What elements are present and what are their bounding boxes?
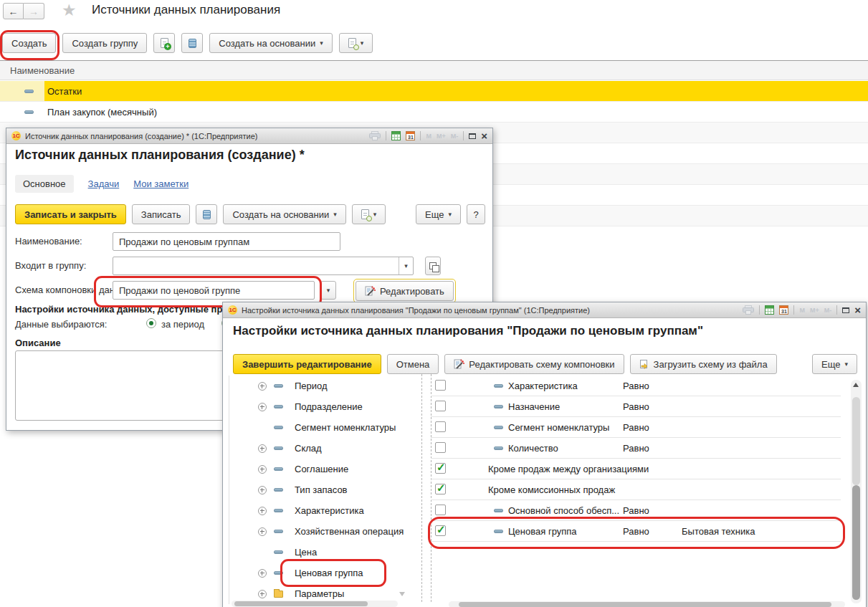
favorite-star-icon[interactable]: ★ [62, 1, 77, 20]
expand-icon[interactable] [258, 382, 267, 391]
list-header[interactable]: Наименование [0, 60, 868, 80]
printer-icon[interactable] [743, 305, 754, 315]
more-button[interactable]: Еще▾ [812, 354, 857, 374]
checkbox[interactable] [435, 525, 446, 536]
dialog2-titlebar[interactable]: 1С Настройки источника данных планирован… [223, 302, 866, 318]
condition-row[interactable]: Кроме продаж между организациями [431, 459, 841, 479]
list-item[interactable]: Остатки [0, 81, 868, 102]
create-button[interactable]: Создать [2, 33, 56, 53]
condition-row[interactable]: Основной способ обесп...Равно [431, 500, 841, 521]
tree-item[interactable]: Ценовая группа [229, 563, 404, 583]
checkbox[interactable] [435, 380, 446, 391]
memory-m-plus-icon[interactable]: M+ [810, 307, 819, 314]
maximize-icon[interactable] [469, 133, 476, 139]
condition-row[interactable]: Кроме комиссионных продаж [431, 479, 841, 500]
tree-scroll-down-icon[interactable] [399, 592, 405, 596]
forward-button[interactable]: → [24, 3, 44, 19]
tab-tasks[interactable]: Задачи [88, 175, 120, 193]
expand-icon[interactable] [258, 465, 267, 474]
memory-m-plus-icon[interactable]: M+ [437, 133, 446, 140]
radio-for-period-label[interactable]: за период [161, 319, 204, 330]
printer-icon[interactable] [369, 131, 381, 140]
tab-my-notes[interactable]: Мои заметки [133, 175, 189, 193]
maximize-icon[interactable] [842, 307, 849, 313]
group-dropdown-button[interactable]: ▾ [399, 257, 413, 274]
expand-icon[interactable] [258, 486, 267, 494]
condition-row[interactable]: ХарактеристикаРавно [431, 376, 841, 396]
expand-icon[interactable] [258, 527, 267, 536]
list-item-label: Остатки [47, 86, 82, 97]
more-button[interactable]: Еще▾ [416, 204, 461, 224]
calculator-icon[interactable] [765, 305, 774, 315]
tree-item[interactable]: Период [229, 376, 404, 396]
memory-m-minus-icon[interactable]: M- [824, 307, 832, 314]
name-field[interactable]: Продажи по ценовым группам [113, 232, 340, 251]
save-button[interactable]: Записать [132, 204, 191, 224]
expand-icon[interactable] [258, 507, 267, 515]
tree-item[interactable]: Хозяйственная операция [229, 521, 404, 542]
tree-item[interactable]: Подразделение [229, 396, 404, 417]
scroll-up-icon[interactable] [853, 383, 859, 387]
tree-item[interactable]: Склад [229, 438, 404, 459]
tree-item[interactable]: Цена [229, 542, 404, 563]
edit-schema-button[interactable]: Редактировать схему компоновки [444, 354, 624, 374]
memory-m-minus-icon[interactable]: M- [451, 133, 459, 140]
scrollbar-thumb[interactable] [852, 485, 860, 600]
checkbox[interactable] [435, 463, 446, 474]
close-icon[interactable]: × [481, 130, 487, 141]
tab-main[interactable]: Основное [15, 175, 74, 193]
radio-for-period[interactable] [146, 318, 156, 328]
save-and-close-button[interactable]: Записать и закрыть [15, 204, 126, 224]
expand-icon[interactable] [258, 403, 267, 411]
dcs-dropdown-button[interactable]: ▾ [320, 281, 336, 300]
checkbox[interactable] [435, 442, 446, 453]
copy-item-button[interactable] [153, 33, 175, 53]
checkbox[interactable] [435, 421, 446, 432]
create-group-button[interactable]: Создать группу [62, 33, 147, 53]
tree-horizontal-scrollbar[interactable] [232, 601, 398, 607]
calendar-icon[interactable]: 31 [406, 131, 415, 140]
list-view-button[interactable] [196, 204, 217, 224]
checkbox[interactable] [435, 484, 446, 494]
dropdown-arrow-icon: ▾ [844, 361, 848, 368]
memory-m-icon[interactable]: M [426, 133, 431, 140]
checkbox[interactable] [435, 401, 446, 411]
expand-icon[interactable] [258, 444, 267, 453]
group-choose-button[interactable] [425, 257, 441, 275]
create-based-on-button[interactable]: Создать на основании▾ [223, 204, 345, 224]
tree-item[interactable]: Тип запасов [229, 479, 404, 500]
back-button[interactable]: ← [3, 3, 24, 19]
conditions-horizontal-scrollbar[interactable] [449, 601, 845, 607]
condition-row[interactable]: Сегмент номенклатурыРавно [431, 417, 841, 438]
expand-icon[interactable] [258, 590, 267, 598]
close-icon[interactable]: × [854, 305, 861, 315]
memory-m-icon[interactable]: M [799, 307, 805, 314]
tree-item[interactable]: Сегмент номенклатуры [229, 417, 404, 438]
condition-row[interactable]: Ценовая группаРавноБытовая техника [431, 521, 841, 542]
list-view-button[interactable] [181, 33, 203, 53]
dialog1-titlebar[interactable]: 1С Источник данных планирования (создани… [6, 128, 492, 144]
panel-splitter[interactable] [421, 374, 431, 602]
expand-icon[interactable] [258, 569, 267, 578]
group-field[interactable]: ▾ [113, 257, 414, 275]
load-schema-button[interactable]: Загрузить схему из файла [630, 354, 777, 374]
tree-item[interactable]: Характеристика [229, 500, 404, 521]
scheduled-docs-button[interactable]: ▾ [339, 33, 373, 53]
create-based-on-button[interactable]: Создать на основании▾ [209, 33, 332, 53]
checkbox[interactable] [435, 505, 446, 515]
conditions-vertical-scrollbar[interactable] [851, 380, 862, 603]
cancel-button[interactable]: Отмена [387, 354, 439, 374]
dcs-field[interactable]: Продажи по ценовой группе [113, 281, 315, 300]
scheduled-docs-button[interactable]: ▾ [352, 204, 386, 224]
dialog1-tabs: Основное Задачи Мои заметки [15, 174, 189, 193]
calculator-icon[interactable] [391, 131, 401, 140]
condition-row[interactable]: НазначениеРавно [431, 396, 841, 417]
tree-item[interactable]: Соглашение [229, 459, 404, 479]
condition-row[interactable]: КоличествоРавно [431, 438, 841, 459]
expand-slot [258, 382, 267, 391]
list-item[interactable]: План закупок (месячный) [0, 102, 868, 123]
help-button[interactable]: ? [467, 204, 485, 224]
edit-button[interactable]: Редактировать [356, 281, 454, 301]
finish-editing-button[interactable]: Завершить редактирование [233, 354, 381, 374]
calendar-icon[interactable]: 31 [779, 305, 788, 315]
